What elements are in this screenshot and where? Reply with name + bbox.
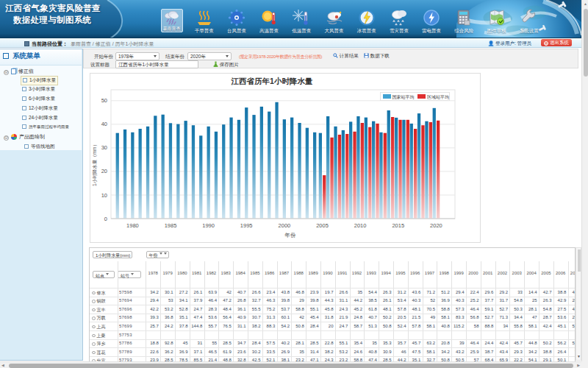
svg-text:1980: 1980	[126, 222, 139, 229]
svg-text:年份: 年份	[284, 232, 297, 238]
svg-text:1小时降水量（mm）: 1小时降水量（mm）	[92, 142, 98, 186]
svg-text:50: 50	[101, 97, 107, 104]
svg-text:区域站平均: 区域站平均	[427, 94, 449, 100]
svg-text:1995: 1995	[240, 222, 253, 229]
svg-text:江西省历年1小时降水量: 江西省历年1小时降水量	[231, 77, 313, 85]
svg-text:1990: 1990	[202, 222, 215, 229]
svg-text:40: 40	[101, 121, 107, 127]
svg-text:国家站平均: 国家站平均	[392, 94, 415, 100]
svg-text:2020: 2020	[430, 222, 442, 229]
svg-text:20: 20	[101, 168, 107, 174]
svg-text:0: 0	[104, 216, 107, 222]
svg-text:2005: 2005	[316, 222, 329, 229]
svg-text:2000: 2000	[279, 222, 291, 229]
svg-text:1985: 1985	[165, 222, 177, 229]
svg-text:30: 30	[101, 144, 107, 151]
svg-text:2015: 2015	[392, 222, 404, 229]
svg-text:10: 10	[101, 192, 107, 199]
svg-text:2010: 2010	[354, 222, 367, 229]
